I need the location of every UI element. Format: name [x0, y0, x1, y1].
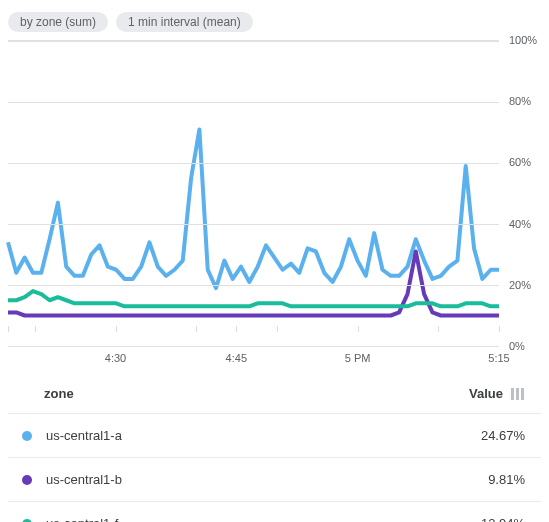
legend-header: zone Value: [8, 374, 541, 414]
y-tick-label: 40%: [503, 218, 541, 230]
chip-by-zone[interactable]: by zone (sum): [8, 12, 108, 32]
x-tick-label: 4:45: [226, 352, 247, 364]
legend-series-name: us-central1-f: [46, 516, 481, 522]
series-color-dot: [22, 431, 32, 441]
legend-header-value: Value: [469, 386, 503, 401]
x-tick: [499, 326, 500, 332]
chart: 0%20%40%60%80%100% 4:304:455 PM5:15: [8, 40, 541, 370]
columns-icon[interactable]: [511, 388, 525, 400]
y-tick-label: 20%: [503, 279, 541, 291]
gridline: [8, 102, 499, 103]
x-tick: [35, 326, 36, 332]
gridline: [8, 163, 499, 164]
gridline: [8, 224, 499, 225]
y-tick-label: 80%: [503, 95, 541, 107]
legend-series-name: us-central1-a: [46, 428, 481, 443]
y-tick-label: 100%: [503, 34, 541, 46]
x-axis: 4:304:455 PM5:15: [8, 350, 499, 370]
x-tick-label: 5 PM: [345, 352, 371, 364]
legend-header-zone: zone: [44, 386, 469, 401]
series-color-dot: [22, 519, 32, 523]
legend-row[interactable]: us-central1-a24.67%: [8, 414, 541, 458]
legend-series-value: 12.94%: [481, 516, 525, 522]
legend-series-value: 24.67%: [481, 428, 525, 443]
x-tick: [438, 326, 439, 332]
x-tick: [8, 326, 9, 332]
x-tick-label: 4:30: [105, 352, 126, 364]
x-tick: [196, 326, 197, 332]
chart-plot: [8, 40, 499, 346]
gridline: [8, 346, 499, 347]
x-tick: [358, 326, 359, 332]
x-tick: [277, 326, 278, 332]
x-tick: [236, 326, 237, 332]
legend-series-name: us-central1-b: [46, 472, 488, 487]
series-color-dot: [22, 475, 32, 485]
y-tick-label: 0%: [503, 340, 541, 352]
legend-row[interactable]: us-central1-b9.81%: [8, 458, 541, 502]
x-tick-label: 5:15: [488, 352, 509, 364]
gridline: [8, 285, 499, 286]
y-tick-label: 60%: [503, 156, 541, 168]
chip-interval[interactable]: 1 min interval (mean): [116, 12, 253, 32]
gridline: [8, 41, 499, 42]
x-tick: [116, 326, 117, 332]
series-line: [8, 129, 499, 288]
legend-series-value: 9.81%: [488, 472, 525, 487]
legend-row[interactable]: us-central1-f12.94%: [8, 502, 541, 522]
